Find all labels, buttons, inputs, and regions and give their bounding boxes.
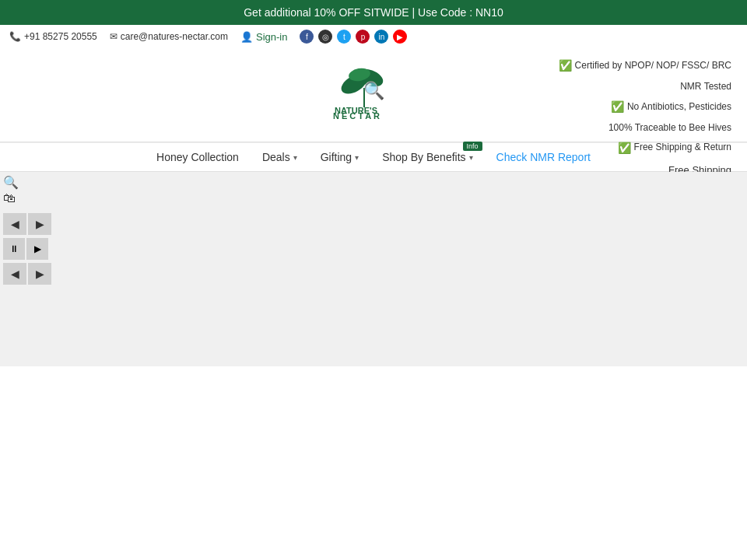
cert-check-icon-2: ✅ (611, 97, 624, 117)
instagram-icon[interactable]: ◎ (318, 30, 332, 44)
cert-check-icon-1: ✅ (559, 56, 572, 75)
main-header: NATURE'S NECTAR 🔍 ✅ Certified by NPOP/ N… (0, 48, 747, 142)
play-button[interactable]: ▶ (26, 238, 48, 260)
cert-traceable-label: 100% Traceable to Bee Hives (559, 120, 731, 137)
shop-benefits-chevron-icon: ▾ (469, 153, 473, 162)
facebook-icon[interactable]: f (300, 30, 314, 44)
cert-free-shipping-text: Free Shipping & Return (634, 139, 731, 156)
sign-in-label: Sign-in (256, 31, 287, 43)
nav-check-nmr[interactable]: Check NMR Report (496, 151, 591, 163)
search-mobile-icon[interactable]: 🔍 (3, 175, 51, 190)
nav-gifting[interactable]: Gifting ▾ (321, 151, 359, 163)
cart-mobile-icon[interactable]: 🛍 (3, 191, 51, 205)
nav-honey-label: Honey Collection (156, 151, 239, 163)
user-icon: 👤 (240, 31, 253, 43)
pause-button[interactable]: ⏸ (3, 238, 25, 260)
slider-next-button[interactable]: ▶ (28, 213, 51, 235)
phone-number: +91 85275 20555 (24, 31, 97, 42)
info-badge: Info (463, 142, 482, 151)
nav-nmr-label: Check NMR Report (496, 151, 591, 163)
cert-npop: ✅ Certified by NPOP/ NOP/ FSSC/ BRC (559, 56, 731, 75)
slider-prev-button[interactable]: ◀ (3, 213, 26, 235)
phone-contact: 📞 +91 85275 20555 (9, 31, 97, 42)
pinterest-icon[interactable]: p (356, 30, 370, 44)
nav-deals[interactable]: Deals ▾ (262, 151, 297, 163)
slider-prev-button-2[interactable]: ◀ (3, 263, 26, 285)
phone-icon: 📞 (9, 31, 21, 42)
top-banner: Get additional 10% OFF SITWIDE | Use Cod… (0, 0, 747, 25)
email-contact: ✉ care@natures-nectar.com (110, 31, 228, 42)
cert-npop-text: Certified by NPOP/ NOP/ FSSC/ BRC (575, 58, 731, 75)
slider-nav-row-2: ◀ ▶ (3, 263, 51, 285)
nav-deals-label: Deals (262, 151, 290, 163)
deals-chevron-icon: ▾ (293, 153, 297, 162)
cert-antibiotics: ✅ No Antibiotics, Pesticides (559, 97, 731, 117)
slider-nav-row: ◀ ▶ (3, 213, 51, 235)
gifting-chevron-icon: ▾ (355, 153, 359, 162)
search-icon[interactable]: 🔍 (363, 81, 384, 100)
nav-shop-benefits-label: Shop By Benefits (382, 151, 465, 163)
email-address: care@natures-nectar.com (121, 31, 228, 42)
banner-text: Get additional 10% OFF SITWIDE | Use Cod… (244, 6, 503, 19)
mobile-controls: 🔍 🛍 ◀ ▶ ⏸ ▶ ◀ ▶ (0, 172, 54, 288)
social-icons-row: f ◎ t p in ▶ (300, 30, 407, 44)
cert-antibiotics-text: No Antibiotics, Pesticides (627, 99, 731, 116)
nav-gifting-label: Gifting (321, 151, 352, 163)
hero-slider: 🔍 🛍 ◀ ▶ ⏸ ▶ ◀ ▶ (0, 172, 747, 366)
nav-shop-by-benefits[interactable]: Info Shop By Benefits ▾ (382, 151, 472, 163)
cert-check-icon-3: ✅ (618, 138, 631, 158)
email-icon: ✉ (110, 31, 117, 42)
twitter-icon[interactable]: t (337, 30, 351, 44)
sign-in-link[interactable]: 👤 Sign-in (240, 31, 287, 43)
slider-content (0, 172, 747, 366)
linkedin-icon[interactable]: in (374, 30, 388, 44)
play-controls: ⏸ ▶ (3, 238, 51, 260)
youtube-icon[interactable]: ▶ (393, 30, 407, 44)
search-center[interactable]: 🔍 (363, 81, 384, 101)
cert-nmr-label: NMR Tested (559, 79, 731, 96)
logo-line2: NECTAR (333, 111, 420, 121)
nav-honey-collection[interactable]: Honey Collection (156, 151, 239, 163)
slider-next-button-2[interactable]: ▶ (28, 263, 51, 285)
